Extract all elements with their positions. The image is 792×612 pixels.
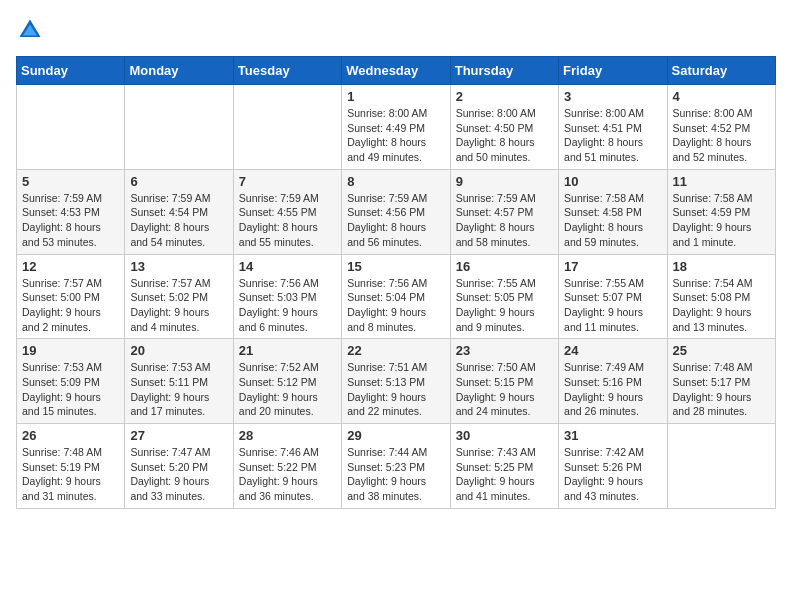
calendar-header-row: SundayMondayTuesdayWednesdayThursdayFrid… [17, 57, 776, 85]
day-number: 8 [347, 174, 444, 189]
day-info-line: Daylight: 9 hours and 1 minute. [673, 220, 770, 249]
calendar-cell [233, 85, 341, 170]
day-number: 15 [347, 259, 444, 274]
calendar-cell: 21Sunrise: 7:52 AMSunset: 5:12 PMDayligh… [233, 339, 341, 424]
day-info-line: Sunrise: 7:54 AM [673, 276, 770, 291]
day-info-line: Sunset: 4:56 PM [347, 205, 444, 220]
day-number: 23 [456, 343, 553, 358]
day-info-line: Daylight: 9 hours and 41 minutes. [456, 474, 553, 503]
day-info-line: Sunrise: 7:55 AM [456, 276, 553, 291]
day-info-line: Sunrise: 7:46 AM [239, 445, 336, 460]
day-info-line: Sunrise: 7:56 AM [347, 276, 444, 291]
day-header-thursday: Thursday [450, 57, 558, 85]
day-number: 3 [564, 89, 661, 104]
calendar-cell: 31Sunrise: 7:42 AMSunset: 5:26 PMDayligh… [559, 424, 667, 509]
calendar-cell: 23Sunrise: 7:50 AMSunset: 5:15 PMDayligh… [450, 339, 558, 424]
day-info-line: Daylight: 9 hours and 13 minutes. [673, 305, 770, 334]
day-info-line: Sunrise: 7:43 AM [456, 445, 553, 460]
calendar-cell: 13Sunrise: 7:57 AMSunset: 5:02 PMDayligh… [125, 254, 233, 339]
day-info-line: Daylight: 9 hours and 15 minutes. [22, 390, 119, 419]
day-info-line: Sunset: 5:15 PM [456, 375, 553, 390]
calendar-cell: 27Sunrise: 7:47 AMSunset: 5:20 PMDayligh… [125, 424, 233, 509]
day-info-line: Sunrise: 7:48 AM [22, 445, 119, 460]
day-info-line: Daylight: 8 hours and 50 minutes. [456, 135, 553, 164]
day-info-line: Daylight: 8 hours and 59 minutes. [564, 220, 661, 249]
day-info-line: Daylight: 9 hours and 2 minutes. [22, 305, 119, 334]
day-info-line: Sunset: 5:20 PM [130, 460, 227, 475]
calendar-cell [667, 424, 775, 509]
page-header [16, 16, 776, 44]
day-number: 30 [456, 428, 553, 443]
calendar-cell: 18Sunrise: 7:54 AMSunset: 5:08 PMDayligh… [667, 254, 775, 339]
day-info-line: Sunrise: 7:50 AM [456, 360, 553, 375]
day-info-line: Sunrise: 7:57 AM [22, 276, 119, 291]
day-info-line: Sunset: 5:09 PM [22, 375, 119, 390]
day-info-line: Sunset: 5:03 PM [239, 290, 336, 305]
day-info-line: Daylight: 8 hours and 54 minutes. [130, 220, 227, 249]
day-number: 18 [673, 259, 770, 274]
day-number: 29 [347, 428, 444, 443]
day-info-line: Daylight: 8 hours and 49 minutes. [347, 135, 444, 164]
day-number: 13 [130, 259, 227, 274]
day-info-line: Daylight: 9 hours and 11 minutes. [564, 305, 661, 334]
day-info-line: Daylight: 9 hours and 26 minutes. [564, 390, 661, 419]
calendar-cell: 12Sunrise: 7:57 AMSunset: 5:00 PMDayligh… [17, 254, 125, 339]
calendar-cell: 29Sunrise: 7:44 AMSunset: 5:23 PMDayligh… [342, 424, 450, 509]
day-number: 27 [130, 428, 227, 443]
day-info-line: Sunrise: 7:58 AM [673, 191, 770, 206]
day-number: 11 [673, 174, 770, 189]
day-number: 12 [22, 259, 119, 274]
day-info-line: Sunrise: 7:44 AM [347, 445, 444, 460]
logo [16, 16, 48, 44]
day-info-line: Sunrise: 7:53 AM [130, 360, 227, 375]
day-info-line: Daylight: 9 hours and 6 minutes. [239, 305, 336, 334]
calendar-cell: 9Sunrise: 7:59 AMSunset: 4:57 PMDaylight… [450, 169, 558, 254]
day-header-sunday: Sunday [17, 57, 125, 85]
day-info-line: Sunset: 4:59 PM [673, 205, 770, 220]
day-info-line: Sunrise: 8:00 AM [347, 106, 444, 121]
day-info-line: Sunset: 5:17 PM [673, 375, 770, 390]
day-info-line: Sunrise: 8:00 AM [564, 106, 661, 121]
day-number: 25 [673, 343, 770, 358]
day-header-wednesday: Wednesday [342, 57, 450, 85]
day-number: 21 [239, 343, 336, 358]
day-info-line: Sunset: 5:00 PM [22, 290, 119, 305]
day-info-line: Sunset: 5:26 PM [564, 460, 661, 475]
day-info-line: Sunrise: 7:59 AM [456, 191, 553, 206]
day-number: 7 [239, 174, 336, 189]
day-info-line: Daylight: 8 hours and 56 minutes. [347, 220, 444, 249]
day-number: 28 [239, 428, 336, 443]
day-number: 16 [456, 259, 553, 274]
day-info-line: Daylight: 9 hours and 22 minutes. [347, 390, 444, 419]
day-info-line: Daylight: 9 hours and 4 minutes. [130, 305, 227, 334]
day-info-line: Sunrise: 7:59 AM [130, 191, 227, 206]
day-info-line: Daylight: 8 hours and 55 minutes. [239, 220, 336, 249]
day-info-line: Daylight: 9 hours and 20 minutes. [239, 390, 336, 419]
day-number: 24 [564, 343, 661, 358]
day-info-line: Sunrise: 7:52 AM [239, 360, 336, 375]
day-info-line: Sunrise: 7:55 AM [564, 276, 661, 291]
calendar-cell: 5Sunrise: 7:59 AMSunset: 4:53 PMDaylight… [17, 169, 125, 254]
calendar-cell: 11Sunrise: 7:58 AMSunset: 4:59 PMDayligh… [667, 169, 775, 254]
day-info-line: Sunset: 5:23 PM [347, 460, 444, 475]
day-info-line: Sunset: 5:13 PM [347, 375, 444, 390]
day-info-line: Daylight: 9 hours and 28 minutes. [673, 390, 770, 419]
day-number: 9 [456, 174, 553, 189]
day-info-line: Daylight: 8 hours and 53 minutes. [22, 220, 119, 249]
day-number: 20 [130, 343, 227, 358]
day-info-line: Sunset: 4:50 PM [456, 121, 553, 136]
calendar-cell: 19Sunrise: 7:53 AMSunset: 5:09 PMDayligh… [17, 339, 125, 424]
calendar-cell: 4Sunrise: 8:00 AMSunset: 4:52 PMDaylight… [667, 85, 775, 170]
day-info-line: Daylight: 8 hours and 51 minutes. [564, 135, 661, 164]
day-info-line: Daylight: 9 hours and 31 minutes. [22, 474, 119, 503]
calendar-cell: 15Sunrise: 7:56 AMSunset: 5:04 PMDayligh… [342, 254, 450, 339]
calendar-cell: 3Sunrise: 8:00 AMSunset: 4:51 PMDaylight… [559, 85, 667, 170]
day-number: 17 [564, 259, 661, 274]
calendar-cell: 22Sunrise: 7:51 AMSunset: 5:13 PMDayligh… [342, 339, 450, 424]
calendar-cell: 6Sunrise: 7:59 AMSunset: 4:54 PMDaylight… [125, 169, 233, 254]
day-header-monday: Monday [125, 57, 233, 85]
day-header-tuesday: Tuesday [233, 57, 341, 85]
day-info-line: Sunset: 5:08 PM [673, 290, 770, 305]
calendar-cell: 25Sunrise: 7:48 AMSunset: 5:17 PMDayligh… [667, 339, 775, 424]
day-info-line: Sunrise: 7:56 AM [239, 276, 336, 291]
